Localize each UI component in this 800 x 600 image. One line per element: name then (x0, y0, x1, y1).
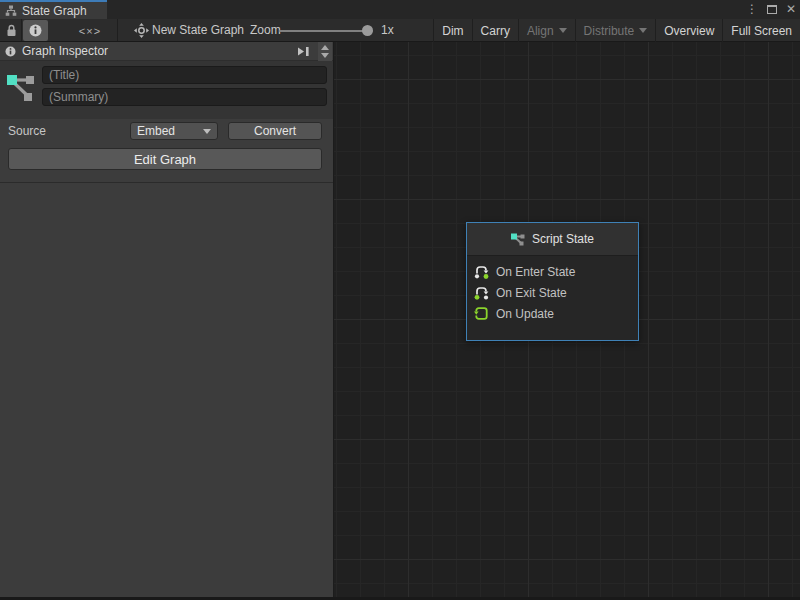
event-label: On Update (496, 307, 554, 321)
lock-button[interactable] (2, 20, 21, 41)
inspector-title: Graph Inspector (22, 44, 108, 58)
chevron-down-icon (203, 129, 211, 134)
graph-name-label: New State Graph (152, 19, 244, 42)
toolbar-right-group: Dim Carry Align Distribute Overview Full… (433, 19, 800, 42)
close-icon[interactable]: ✕ (786, 0, 796, 19)
state-graph-tab-icon (5, 5, 17, 17)
window-menu-icon[interactable]: ⋮ (746, 0, 758, 19)
overview-button[interactable]: Overview (655, 19, 722, 42)
fullscreen-label: Full Screen (731, 20, 792, 42)
state-enter-icon (474, 264, 489, 279)
event-row-on-exit-state[interactable]: On Exit State (467, 282, 638, 303)
graph-inspector-panel: Graph Inspector Source Embed Convert (0, 42, 334, 597)
event-label: On Enter State (496, 265, 575, 279)
dim-label: Dim (442, 20, 463, 42)
inspector-toggle-button[interactable] (23, 20, 48, 41)
state-exit-icon (474, 285, 489, 300)
node-body: On Enter State On Exit State On Update (467, 256, 638, 340)
convert-button[interactable]: Convert (228, 122, 322, 140)
chevron-down-icon (559, 28, 567, 33)
info-icon (5, 46, 16, 57)
tab-state-graph[interactable]: State Graph (0, 0, 107, 19)
source-dropdown-value: Embed (137, 124, 175, 138)
event-row-on-enter-state[interactable]: On Enter State (467, 261, 638, 282)
convert-label: Convert (254, 124, 296, 138)
graph-icon (6, 68, 36, 104)
scroll-up-icon[interactable] (321, 45, 329, 50)
dock-panel-button[interactable] (294, 44, 311, 58)
zoom-label: Zoom (250, 19, 281, 42)
code-preview-toggle-button[interactable]: <×> (68, 20, 112, 41)
zoom-slider[interactable] (279, 30, 373, 32)
source-dropdown[interactable]: Embed (130, 122, 218, 140)
state-update-icon (474, 306, 489, 321)
inspector-header: Graph Inspector (0, 42, 333, 61)
graph-summary-input[interactable] (42, 88, 327, 106)
scroll-stepper (318, 42, 332, 61)
edit-graph-button[interactable]: Edit Graph (8, 148, 322, 170)
graph-title-input[interactable] (42, 66, 327, 84)
align-button: Align (518, 19, 575, 42)
graph-toolbar: <×> New State Graph Zoom 1x Dim Carry Al… (0, 19, 800, 42)
node-title: Script State (532, 232, 594, 246)
align-label: Align (527, 20, 554, 42)
window-controls: ⋮ ✕ (746, 0, 796, 19)
scroll-down-icon[interactable] (321, 53, 329, 58)
code-toggle-icon: <×> (79, 25, 101, 37)
tab-title: State Graph (22, 4, 87, 18)
toolbar-separator (117, 19, 118, 41)
graph-move-icon (133, 20, 149, 41)
graph-icon (511, 232, 525, 246)
inspector-fields-section (0, 61, 333, 119)
zoom-value: 1x (381, 19, 394, 42)
fullscreen-button[interactable]: Full Screen (722, 19, 800, 42)
carry-label: Carry (481, 20, 510, 42)
toolbar-separator (21, 19, 22, 41)
carry-button[interactable]: Carry (472, 19, 518, 42)
overview-label: Overview (664, 20, 714, 42)
dim-button[interactable]: Dim (433, 19, 471, 42)
inspector-empty-area (0, 183, 333, 597)
node-header[interactable]: Script State (467, 223, 638, 256)
maximize-icon[interactable] (767, 5, 777, 14)
event-label: On Exit State (496, 286, 567, 300)
lock-icon (6, 24, 17, 37)
dock-panel-icon (296, 46, 310, 57)
info-icon (29, 24, 42, 37)
edit-graph-label: Edit Graph (134, 152, 196, 167)
source-label: Source (8, 124, 46, 138)
graph-canvas[interactable]: Script State On Enter State O (334, 42, 800, 597)
script-state-node[interactable]: Script State On Enter State O (466, 222, 639, 341)
distribute-button: Distribute (575, 19, 656, 42)
chevron-down-icon (639, 28, 647, 33)
zoom-slider-handle[interactable] (362, 25, 373, 36)
event-row-on-update[interactable]: On Update (467, 303, 638, 324)
distribute-label: Distribute (584, 20, 635, 42)
window-titlebar: State Graph ⋮ ✕ (0, 0, 800, 19)
